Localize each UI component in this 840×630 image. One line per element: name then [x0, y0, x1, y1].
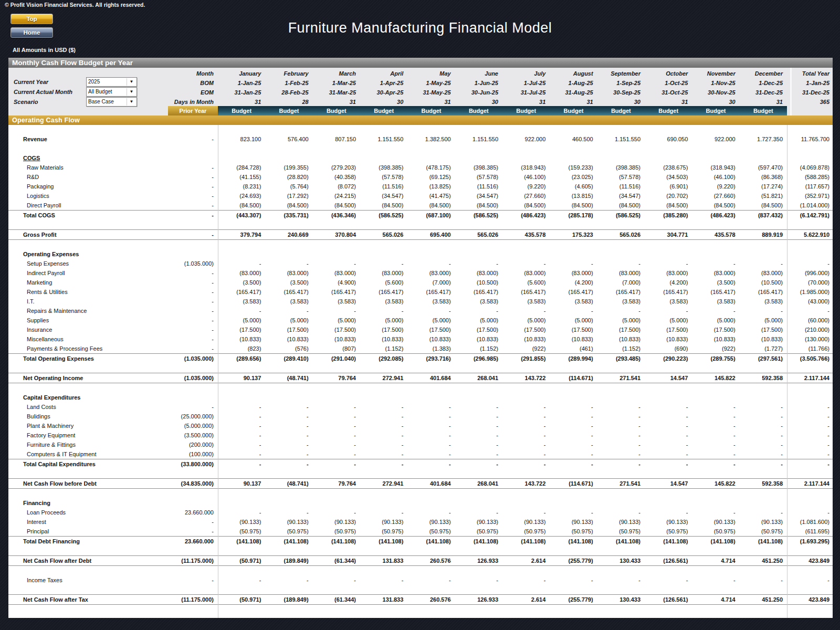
- actual-month-value: All Budget: [87, 89, 112, 94]
- cell-month-value: -: [692, 306, 739, 316]
- cell-month-value: (486.423): [692, 211, 739, 220]
- cell-month-value: -: [265, 440, 312, 449]
- cell-month-value: (291.040): [313, 354, 360, 363]
- table-row: Insurance-(17.500)(17.500)(17.500)(17.50…: [8, 325, 833, 334]
- cell-month-value: -: [313, 575, 360, 585]
- cell-month-value: 922.000: [502, 134, 550, 144]
- cell-month-value: -: [692, 412, 739, 421]
- cell-month-value: -: [597, 402, 645, 412]
- cell-month-value: (165.417): [502, 287, 550, 297]
- row-label: Payments & Processing Fees: [8, 344, 168, 353]
- cell-month-value: (289.656): [218, 354, 265, 363]
- meta-value: May: [407, 69, 455, 78]
- cell-month-value: (165.417): [597, 287, 645, 297]
- cell-month-value: (9.220): [502, 182, 550, 191]
- scenario-dropdown[interactable]: Base Case ▼: [86, 97, 137, 107]
- table-row: Income Taxes--------------: [8, 575, 833, 585]
- cell-month-value: -: [265, 430, 312, 440]
- meta-value: 30: [692, 97, 739, 107]
- cell-month-value: (50.975): [692, 527, 739, 536]
- table-row: Net Cash Flow after Tax(11.175.000)(50.9…: [8, 594, 833, 605]
- cell-month-value: -: [645, 508, 692, 517]
- cell-month-value: (3.500): [265, 278, 312, 287]
- current-year-label: Current Year: [14, 79, 86, 85]
- chevron-down-icon[interactable]: ▼: [127, 98, 136, 106]
- cell-month-value: (86.368): [740, 172, 787, 182]
- meta-value: 1-Nov-25: [692, 78, 739, 88]
- chevron-down-icon[interactable]: ▼: [127, 78, 136, 86]
- table-row: Land Costs--------------: [8, 402, 833, 412]
- section-title-bar: Monthly Cash Flow Budget per Year: [8, 58, 833, 68]
- cell-month-value: 14.547: [645, 373, 692, 383]
- cell-month-value: (289.994): [550, 354, 597, 363]
- cell-month-value: (398.385): [360, 163, 407, 172]
- cell-total-year: 11.765.700: [787, 134, 833, 144]
- cell-month-value: (10.833): [313, 334, 360, 344]
- budget-header-cell: Budget: [645, 106, 692, 116]
- table-row: Payments & Processing Fees-(823)(576)(80…: [8, 344, 833, 353]
- cell-month-value: (20.702): [645, 191, 692, 201]
- row-label: Financing: [8, 498, 168, 508]
- cell-prior-year: (1.035.000): [168, 259, 218, 268]
- actual-month-dropdown[interactable]: All Budget ▼: [86, 87, 137, 97]
- cell-month-value: -: [313, 508, 360, 517]
- cell-month-value: (318.943): [692, 163, 739, 172]
- table-row: Logistics-(24.693)(17.292)(24.215)(34.54…: [8, 191, 833, 201]
- cell-month-value: -: [502, 421, 550, 430]
- cell-month-value: (141.108): [550, 537, 597, 546]
- cell-month-value: (279.203): [313, 163, 360, 172]
- cell-month-value: -: [692, 459, 739, 469]
- chevron-down-icon[interactable]: ▼: [127, 88, 136, 96]
- spacer-row: [8, 240, 833, 249]
- meta-value: 30-Sep-25: [597, 88, 645, 97]
- cell-month-value: -: [218, 402, 265, 412]
- cell-month-value: (90.133): [218, 517, 265, 527]
- cell-month-value: -: [360, 508, 407, 517]
- cell-month-value: -: [740, 459, 787, 469]
- cell-month-value: (289.410): [265, 354, 312, 363]
- table-row: Plant & Machinery(5.000.000)------------…: [8, 421, 833, 430]
- cell-month-value: (10.833): [550, 334, 597, 344]
- cell-prior-year: (34.835.000): [168, 479, 218, 488]
- cell-month-value: 460.500: [550, 134, 597, 144]
- spacer-row: [8, 220, 833, 229]
- cell-month-value: (24.215): [313, 191, 360, 201]
- cell-total-year: -: [787, 440, 833, 449]
- cell-month-value: (46.100): [692, 172, 739, 182]
- cell-month-value: (141.108): [360, 537, 407, 546]
- cell-month-value: (141.108): [740, 537, 787, 546]
- cell-month-value: (10.833): [455, 334, 502, 344]
- meta-value: 30-Nov-25: [692, 88, 739, 97]
- cell-prior-year: -: [168, 268, 218, 278]
- meta-value: 31: [740, 97, 787, 107]
- prior-column-divider: [218, 125, 218, 618]
- table-row: R&D-(41.155)(28.820)(40.358)(57.578)(69.…: [8, 172, 833, 182]
- cell-total-year: 423.849: [787, 556, 833, 565]
- cell-month-value: (141.108): [407, 537, 455, 546]
- cell-month-value: (165.417): [407, 287, 455, 297]
- cell-month-value: (3.583): [218, 297, 265, 306]
- cell-month-value: -: [407, 440, 455, 449]
- cell-month-value: (165.417): [692, 287, 739, 297]
- cell-month-value: (83.000): [313, 268, 360, 278]
- cell-month-value: -: [597, 430, 645, 440]
- meta-value: June: [455, 69, 502, 78]
- cell-total-year: -: [787, 259, 833, 268]
- cell-month-value: (50.975): [313, 527, 360, 536]
- cell-month-value: -: [455, 402, 502, 412]
- cell-month-value: (34.547): [455, 191, 502, 201]
- meta-total: Total Year: [787, 69, 833, 78]
- current-year-dropdown[interactable]: 2025 ▼: [86, 77, 137, 87]
- cell-prior-year: -: [168, 278, 218, 287]
- row-label: Rents & Utilities: [8, 287, 168, 297]
- cell-month-value: 143.722: [502, 479, 550, 488]
- cell-month-value: (17.500): [313, 325, 360, 334]
- meta-value: 1-Jun-25: [455, 78, 502, 88]
- cell-month-value: -: [597, 259, 645, 268]
- budget-band: Prior YearBudgetBudgetBudgetBudgetBudget…: [8, 106, 833, 116]
- row-label: COGS: [8, 153, 168, 163]
- cell-month-value: -: [407, 449, 455, 459]
- cell-month-value: -: [502, 449, 550, 459]
- control-row: Scenario Base Case ▼: [14, 97, 171, 107]
- cell-month-value: (50.975): [502, 527, 550, 536]
